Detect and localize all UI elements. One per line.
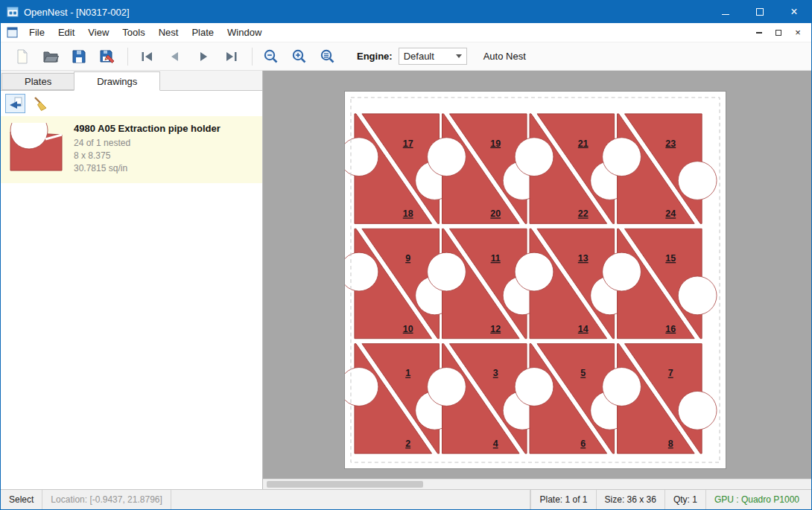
part-number: 6 <box>580 439 586 449</box>
renest-button[interactable] <box>5 94 25 113</box>
status-bar: Select Location: [-0.9437, 21.8796] Plat… <box>1 489 811 509</box>
nav-prev-icon <box>167 48 183 65</box>
main-area: Plates Drawings <box>1 71 811 489</box>
broom-icon <box>31 95 48 112</box>
pipe-hole-cutout <box>678 276 717 315</box>
mdi-minimize-button[interactable] <box>750 25 768 40</box>
status-gpu: GPU : Quadro P1000 <box>705 490 811 509</box>
part-number: 9 <box>405 253 410 264</box>
nest-pair[interactable]: 2324 <box>603 114 717 223</box>
clear-button[interactable] <box>29 94 49 113</box>
part-number: 13 <box>578 253 589 264</box>
part-number: 5 <box>580 368 586 378</box>
part-number: 14 <box>578 324 589 334</box>
part-thumbnail-icon <box>7 123 65 175</box>
app-icon <box>7 6 19 18</box>
part-number: 15 <box>665 253 676 264</box>
panel-toolbar <box>1 91 262 116</box>
new-document-icon <box>14 48 31 65</box>
pipe-hole-cutout <box>603 138 641 176</box>
open-button[interactable] <box>39 45 62 68</box>
document-window-icon[interactable] <box>7 27 18 38</box>
pipe-hole-cutout <box>515 368 554 407</box>
part-number: 21 <box>578 138 589 149</box>
pipe-hole-cutout <box>603 252 641 291</box>
main-toolbar: Engine: Default Auto Nest <box>1 42 811 71</box>
part-number: 17 <box>403 138 413 149</box>
status-qty: Qty: 1 <box>664 490 705 509</box>
horizontal-scrollbar[interactable] <box>263 479 811 489</box>
menu-item-nest[interactable]: Nest <box>152 23 185 42</box>
mdi-close-button[interactable]: × <box>789 25 807 40</box>
pipe-hole-cutout <box>428 368 466 407</box>
open-folder-icon <box>42 48 59 65</box>
next-plate-button[interactable] <box>192 45 215 68</box>
pipe-hole-cutout <box>515 252 554 291</box>
window-controls: × <box>708 1 811 23</box>
auto-nest-label[interactable]: Auto Nest <box>483 51 526 62</box>
menu-item-edit[interactable]: Edit <box>51 23 81 42</box>
drawing-nested-count: 24 of 1 nested <box>74 137 221 150</box>
drawing-area: 30.7815 sq/in <box>74 162 221 175</box>
save-button[interactable] <box>68 45 90 68</box>
pipe-hole-cutout <box>678 391 717 430</box>
part-number: 10 <box>403 324 413 334</box>
zoom-fit-button[interactable] <box>317 45 339 68</box>
tab-plates[interactable]: Plates <box>1 73 74 90</box>
nav-last-icon <box>223 48 240 65</box>
nest-pair[interactable]: 1516 <box>603 229 717 338</box>
part-number: 8 <box>668 439 673 449</box>
minimize-button[interactable] <box>708 1 743 23</box>
mdi-window-controls: × <box>750 25 811 40</box>
menu-item-file[interactable]: File <box>22 23 51 42</box>
nest-plate[interactable]: 171819202122232491011121314151612345678 <box>344 91 726 469</box>
nav-first-icon <box>139 48 155 65</box>
chevron-down-icon <box>456 54 462 58</box>
zoom-in-icon <box>291 48 308 65</box>
part-number: 11 <box>491 253 501 264</box>
part-number: 19 <box>490 138 501 149</box>
menu-item-window[interactable]: Window <box>221 23 268 42</box>
zoom-fit-icon <box>320 48 336 65</box>
menu-item-plate[interactable]: Plate <box>185 23 221 42</box>
panel-tabstrip: Plates Drawings <box>1 71 262 91</box>
status-spacer <box>171 490 531 509</box>
part-number: 23 <box>665 138 676 149</box>
menu-item-tools[interactable]: Tools <box>115 23 151 42</box>
save-edit-button[interactable] <box>96 45 118 68</box>
mdi-restore-button[interactable] <box>770 25 787 40</box>
engine-label: Engine: <box>357 51 393 62</box>
engine-selected-value: Default <box>404 51 434 62</box>
engine-select[interactable]: Default <box>399 48 467 65</box>
nest-canvas[interactable]: 171819202122232491011121314151612345678 <box>263 71 811 489</box>
tab-drawings[interactable]: Drawings <box>74 71 160 91</box>
drawing-info: 4980 A05 Extraction pipe holder 24 of 1 … <box>74 121 221 178</box>
menu-items: FileEditViewToolsNestPlateWindow <box>22 23 268 42</box>
blue-arrow-icon <box>7 95 24 112</box>
pipe-hole-cutout <box>428 252 466 291</box>
nest-parts-layer: 171819202122232491011121314151612345678 <box>345 114 717 453</box>
zoom-in-button[interactable] <box>288 45 311 68</box>
part-number: 2 <box>405 439 410 449</box>
first-plate-button[interactable] <box>136 45 158 68</box>
window-title: OpenNest - [N0317-002] <box>24 7 130 18</box>
last-plate-button[interactable] <box>221 45 243 68</box>
part-number: 22 <box>578 208 589 219</box>
menu-item-view[interactable]: View <box>81 23 115 42</box>
scrollbar-thumb[interactable] <box>267 481 423 488</box>
title-bar: OpenNest - [N0317-002] × <box>1 1 811 23</box>
maximize-button[interactable] <box>743 1 777 23</box>
part-number: 12 <box>490 324 501 334</box>
previous-plate-button[interactable] <box>164 45 186 68</box>
drawing-list-item[interactable]: 4980 A05 Extraction pipe holder 24 of 1 … <box>1 116 262 183</box>
part-number: 16 <box>665 324 676 334</box>
pipe-hole-cutout <box>428 138 466 176</box>
nest-pair[interactable]: 78 <box>603 344 717 453</box>
part-number: 1 <box>405 368 410 378</box>
status-location: Location: [-0.9437, 21.8796] <box>42 490 171 509</box>
toolbar-separator <box>127 48 128 66</box>
pipe-hole-cutout <box>603 368 641 407</box>
zoom-out-button[interactable] <box>260 45 282 68</box>
new-document-button[interactable] <box>11 45 34 68</box>
close-button[interactable]: × <box>777 1 811 23</box>
